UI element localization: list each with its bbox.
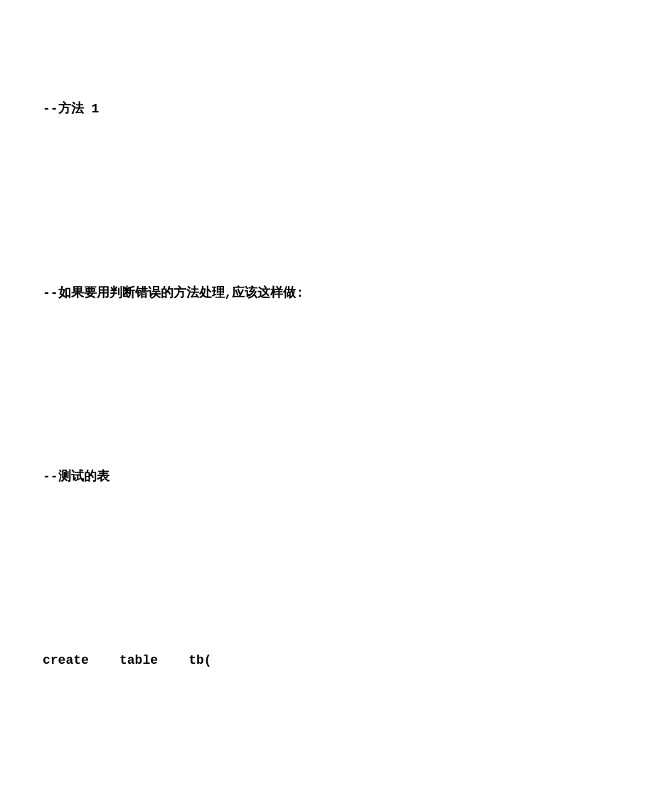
blank-line-4 <box>43 748 629 764</box>
blank-line-2 <box>43 381 629 396</box>
blank-line-1 <box>43 197 629 213</box>
code-content: --方法 1 --如果要用判断错误的方法处理,应该这样做: --测试的表 cre… <box>43 28 629 799</box>
method-header: --方法 1 <box>43 97 629 120</box>
test-table-comment: --测试的表 <box>43 465 629 488</box>
blank-line-3 <box>43 564 629 580</box>
create-table-stmt: create table tb( <box>43 649 629 672</box>
error-handling-comment: --如果要用判断错误的方法处理,应该这样做: <box>43 282 629 305</box>
